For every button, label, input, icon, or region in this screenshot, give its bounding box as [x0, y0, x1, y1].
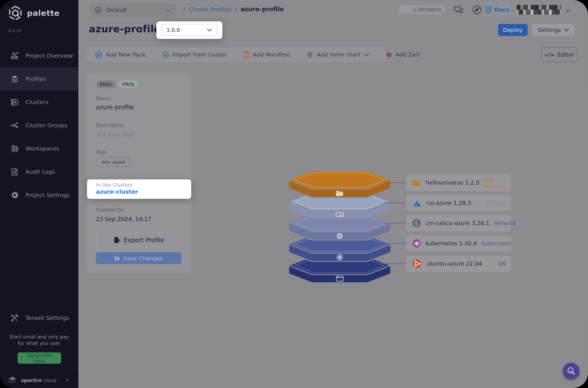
- compass-icon[interactable]: [472, 4, 482, 17]
- profile-layer-stack: [289, 170, 391, 284]
- pack-category: Kubernetes: [481, 241, 511, 246]
- sidebar-item-workspaces[interactable]: Workspaces: [0, 137, 79, 160]
- palette-app-window: palette 4.4.19 Project Overview Profiles…: [0, 0, 588, 388]
- pack-name: hellouniverse 1.2.0: [426, 179, 480, 186]
- pack-name: kubernetes 1.30.4: [426, 240, 477, 247]
- pack-row-ubuntu-azure[interactable]: ubuntu-azure 22.04 OS: [406, 255, 511, 272]
- kubernetes-icon: [412, 239, 421, 248]
- gear-icon: [10, 191, 19, 199]
- helm-wheel-icon: [306, 51, 313, 58]
- sidebar-item-clusters[interactable]: Clusters: [0, 91, 79, 114]
- sidebar-item-project-settings[interactable]: Project Settings: [0, 184, 79, 207]
- pack-row-cni-calico-azure[interactable]: cni-calico-azure 3.26.1 Network: [406, 215, 511, 232]
- add-helm-chart-button[interactable]: Add Helm chart: [306, 51, 369, 58]
- docs-button[interactable]: Docs: [484, 2, 511, 17]
- pack-row-csi-azure[interactable]: csi-azure 1.28.3 Storage: [406, 195, 511, 211]
- sidebar-item-tenant-settings[interactable]: Tenant Settings: [0, 308, 79, 329]
- search-fab[interactable]: [563, 363, 580, 380]
- pack-category: Network: [494, 220, 516, 226]
- scope-badge-proj: PROJ: [119, 80, 138, 88]
- user-name-redacted[interactable]: [517, 5, 561, 15]
- tags-label: Tags: [96, 149, 107, 155]
- circle-plus-icon: [95, 51, 102, 58]
- version-select-value: 1.0.0: [166, 27, 207, 33]
- sidebar-item-label: Tenant Settings: [26, 315, 69, 321]
- sidebar-item-label: Clusters: [26, 99, 49, 105]
- sidebar-collapse-chevron[interactable]: ‹: [66, 376, 69, 384]
- sidebar-item-label: Cluster Groups: [26, 122, 67, 129]
- description-value: Not Specified: [96, 131, 134, 138]
- settings-button[interactable]: Settings: [532, 24, 574, 36]
- profile-details-card: FULL PROJ Name azure-profile Description…: [87, 72, 191, 273]
- profile-name-value: azure-profile: [96, 104, 134, 111]
- chevron-down-icon: [564, 28, 569, 31]
- in-use-clusters-spotlight: In Use Clusters azure-cluster: [87, 179, 191, 199]
- circle-import-icon: [162, 51, 169, 58]
- app-services-layer[interactable]: [289, 171, 391, 197]
- version-select[interactable]: 1.0.0: [162, 24, 217, 36]
- sidebar-item-label: Audit Logs: [26, 169, 55, 175]
- description-label: Description: [96, 122, 124, 128]
- app-version: 4.4.19: [8, 28, 21, 33]
- import-from-cluster-button[interactable]: Import from cluster: [162, 51, 227, 58]
- name-label: Name: [96, 96, 110, 101]
- deploy-button[interactable]: Deploy: [498, 24, 528, 36]
- add-manifest-button[interactable]: Add Manifest: [243, 51, 290, 58]
- chevron-down-icon: [166, 8, 171, 12]
- docs-label: Docs: [494, 6, 509, 13]
- brand-name: palette: [27, 9, 60, 18]
- search-icon: [567, 367, 576, 376]
- audit-logs-icon: [10, 168, 19, 176]
- usage-quota-pill: 1.29/100kCh: [398, 5, 445, 14]
- breadcrumb-current: azure-profile: [241, 6, 284, 13]
- sidebar: palette 4.4.19 Project Overview Profiles…: [0, 0, 79, 388]
- zarf-box-icon: [385, 51, 392, 58]
- pack-row-kubernetes[interactable]: kubernetes 1.30.4 Kubernetes: [406, 235, 511, 252]
- export-profile-button[interactable]: Export Profile: [96, 233, 182, 247]
- promo-line2: for what you use!: [0, 340, 79, 346]
- sidebar-item-label: Workspaces: [26, 145, 59, 152]
- add-zarf-button[interactable]: Add Zarf: [385, 51, 420, 58]
- screenshot-stage: palette 4.4.19 Project Overview Profiles…: [0, 0, 588, 388]
- scope-badges: FULL PROJ: [96, 80, 138, 88]
- sidebar-item-profiles[interactable]: Profiles: [0, 68, 79, 91]
- pack-category: OS: [498, 261, 506, 267]
- editor-button[interactable]: </> Editor: [541, 47, 578, 62]
- toolbar-item-label: Add Manifest: [253, 51, 290, 58]
- in-use-clusters-label: In Use Clusters: [96, 182, 133, 188]
- sidebar-item-cluster-groups[interactable]: Cluster Groups: [0, 114, 79, 137]
- toolbar-item-label: Add Helm chart: [317, 51, 361, 58]
- scope-badge-full: FULL: [96, 80, 116, 88]
- chevron-down-icon: [207, 28, 212, 32]
- pack-toolbar: Add New Pack Import from cluster Add Man…: [87, 47, 386, 62]
- chat-icon[interactable]: [453, 4, 463, 17]
- breadcrumb-separator: /: [183, 6, 185, 13]
- upgrade-now-button[interactable]: Upgrade now: [18, 352, 61, 364]
- tools-icon: [10, 314, 19, 322]
- folder-icon: [412, 178, 421, 188]
- version-spotlight: 1.0.0: [157, 21, 222, 39]
- workspaces-icon: [10, 145, 19, 153]
- sidebar-item-label: Project Overview: [26, 52, 73, 59]
- azure-cluster-link[interactable]: azure-cluster: [96, 188, 138, 195]
- chevron-down-icon: [364, 53, 369, 56]
- sidebar-item-audit-logs[interactable]: Audit Logs: [0, 160, 79, 184]
- breadcrumb-cluster-profiles[interactable]: Cluster Profiles: [189, 6, 231, 13]
- sidebar-item-label: Profiles: [26, 76, 46, 82]
- calico-icon: [412, 218, 421, 228]
- page-title: azure-profile: [89, 23, 160, 34]
- toolbar-item-label: Add Zarf: [396, 51, 420, 58]
- azure-icon: [412, 198, 422, 208]
- user-menu-chevron-icon[interactable]: [565, 7, 571, 14]
- pack-row-hellouniverse[interactable]: hellouniverse 1.2.0 App services: [406, 175, 511, 191]
- brand-logo-row: palette: [7, 5, 59, 21]
- created-on-label: Created On: [96, 207, 124, 213]
- add-new-pack-button[interactable]: Add New Pack: [95, 51, 145, 58]
- sidebar-divider: [0, 370, 79, 370]
- save-changes-button[interactable]: Save Changes: [96, 252, 182, 264]
- footer-brand-primary: spectro: [21, 377, 42, 383]
- settings-label: Settings: [538, 27, 561, 33]
- sidebar-item-project-overview[interactable]: Project Overview: [0, 44, 79, 68]
- project-selector[interactable]: Default: [90, 3, 176, 17]
- redaction-blur: [517, 5, 561, 10]
